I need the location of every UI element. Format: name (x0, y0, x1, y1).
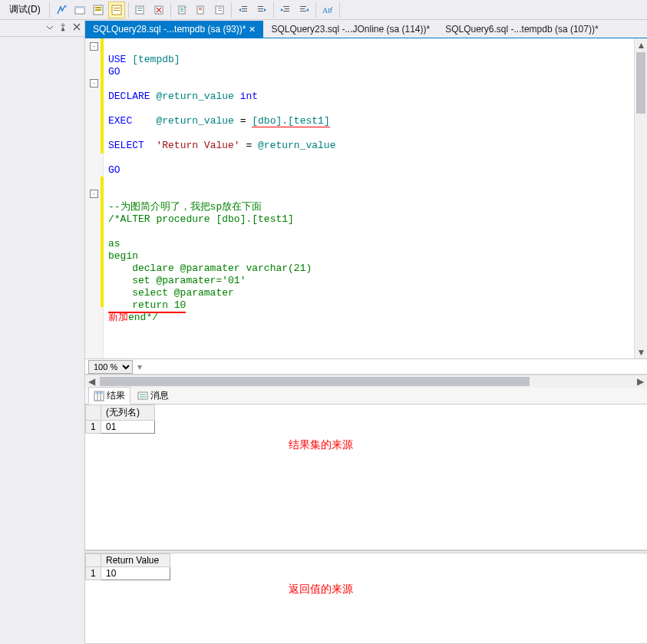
code-keyword: GO (108, 66, 120, 78)
message-icon (137, 391, 148, 401)
toolbar-outdent2[interactable] (295, 2, 312, 18)
toolbar-uncomment[interactable] (193, 2, 210, 18)
panel-dropdown-icon[interactable] (46, 23, 54, 34)
toolbar-indent2[interactable] (277, 2, 294, 18)
svg-rect-31 (283, 11, 289, 12)
grid-icon (94, 391, 104, 401)
svg-rect-19 (199, 9, 202, 10)
toolbar-btn-4[interactable] (108, 2, 125, 18)
svg-rect-33 (300, 8, 305, 9)
menu-debug[interactable]: 调试(D) (3, 1, 47, 18)
scroll-thumb[interactable] (636, 52, 645, 114)
svg-rect-1 (75, 7, 84, 8)
toolbar-format[interactable]: AB (319, 2, 336, 18)
tab-sqlquery6[interactable]: SQLQuery6.sql -...tempdb (sa (107))* (437, 21, 606, 38)
svg-rect-34 (300, 11, 306, 12)
code-identifier: [tempdb] (132, 54, 180, 65)
annotation-return-label: 返回值的来源 (289, 583, 353, 596)
toolbar-indent[interactable] (253, 2, 270, 18)
cell[interactable]: 10 (101, 567, 170, 580)
tab-label: SQLQuery28.sql -...tempdb (sa (93))* (93, 24, 246, 35)
toolbar: 调试(D) + AB (0, 0, 647, 20)
svg-rect-23 (242, 6, 247, 7)
svg-rect-30 (285, 8, 289, 9)
tab-sqlquery28[interactable]: SQLQuery28.sql -...tempdb (sa (93))* ✕ (85, 21, 263, 38)
svg-rect-28 (258, 11, 263, 12)
tab-label: 消息 (150, 389, 169, 402)
code-keyword: GO (108, 164, 120, 176)
fold-icon[interactable]: - (90, 79, 98, 88)
code-comment: --为图简介明了，我把sp放在下面 (108, 201, 262, 213)
horizontal-scrollbar[interactable]: ◀ ▶ (85, 375, 647, 388)
code-variable: @return_value (258, 140, 335, 151)
code-comment: begin (108, 250, 138, 262)
svg-rect-38 (94, 391, 104, 394)
svg-rect-13 (180, 8, 183, 8)
code-keyword: DECLARE (108, 91, 150, 102)
separator (315, 2, 316, 18)
svg-rect-21 (218, 8, 222, 8)
separator (339, 2, 340, 18)
row-header[interactable]: 1 (86, 567, 101, 580)
toolbar-comment[interactable]: + (174, 2, 191, 18)
cell[interactable]: 01 (101, 421, 155, 434)
annotation-newadd: 新加 (108, 312, 128, 323)
code-keyword: SELECT (108, 140, 144, 151)
results-pane: 结果 消息 (无列名) 101 Return Value 110 (85, 388, 647, 644)
tab-close-icon[interactable]: ✕ (249, 25, 256, 35)
vertical-scrollbar[interactable]: ▲ ▼ (634, 38, 647, 358)
document-tabs: SQLQuery28.sql -...tempdb (sa (93))* ✕ S… (85, 20, 647, 38)
code-comment: declare @paramater varchar(21) (108, 263, 312, 274)
toolbar-btn-2[interactable] (71, 2, 88, 18)
tab-label: SQLQuery23.sql -...JOnline (sa (114))* (271, 24, 430, 35)
svg-rect-22 (218, 10, 222, 11)
code-string: 'Return Value' (156, 140, 239, 151)
scroll-up-icon[interactable]: ▲ (635, 38, 647, 51)
column-header[interactable]: Return Value (101, 554, 170, 567)
scroll-right-icon[interactable]: ▶ (634, 375, 647, 388)
row-header[interactable]: 1 (86, 421, 101, 434)
result-grid-1: (无列名) 101 (85, 405, 647, 550)
panel-header (0, 20, 84, 37)
tab-sqlquery23[interactable]: SQLQuery23.sql -...JOnline (sa (114))* (263, 21, 437, 38)
toolbar-btn-3[interactable] (90, 2, 107, 18)
column-header[interactable]: (无列名) (101, 405, 155, 421)
fold-icon[interactable]: - (90, 42, 98, 51)
separator (49, 2, 50, 18)
scroll-thumb[interactable] (100, 377, 530, 386)
tab-messages[interactable]: 消息 (132, 387, 174, 405)
code-text: = (234, 115, 252, 127)
svg-rect-27 (258, 8, 263, 9)
code-comment: select @paramater (108, 287, 234, 299)
split-icon[interactable]: ▾ (137, 362, 142, 372)
zoom-select[interactable]: 100 % (88, 360, 133, 374)
svg-rect-41 (138, 392, 147, 399)
svg-text:+: + (184, 5, 187, 9)
scroll-left-icon[interactable]: ◀ (85, 375, 98, 388)
svg-rect-25 (242, 11, 247, 12)
toolbar-btn-6[interactable] (150, 2, 167, 18)
code-text: = (240, 140, 258, 151)
tab-results[interactable]: 结果 (88, 387, 130, 405)
toolbar-btn-9[interactable] (211, 2, 228, 18)
toolbar-btn-1[interactable] (53, 2, 70, 18)
toolbar-outdent[interactable] (235, 2, 252, 18)
separator (231, 2, 232, 18)
zoom-bar: 100 % ▾ (85, 359, 647, 375)
svg-rect-15 (180, 11, 183, 12)
toolbar-btn-5[interactable] (132, 2, 149, 18)
tab-label: SQLQuery6.sql -...tempdb (sa (107))* (445, 24, 598, 35)
annotation-resultset-label: 结果集的来源 (289, 438, 353, 452)
pin-icon[interactable] (58, 22, 68, 34)
code-keyword: USE (108, 54, 126, 65)
code-editor[interactable]: USE [tempdb] GO DECLARE @return_value in… (104, 38, 634, 358)
svg-rect-24 (242, 8, 247, 9)
code-type: int (240, 91, 258, 102)
scroll-down-icon[interactable]: ▼ (635, 345, 647, 358)
fold-icon[interactable]: - (90, 190, 98, 198)
svg-rect-32 (300, 6, 306, 7)
code-comment: /*ALTER procedure [dbo].[test1] (108, 213, 294, 225)
result-grid-2: Return Value 110 (85, 553, 647, 644)
close-icon[interactable] (72, 22, 81, 34)
svg-rect-4 (95, 9, 101, 11)
